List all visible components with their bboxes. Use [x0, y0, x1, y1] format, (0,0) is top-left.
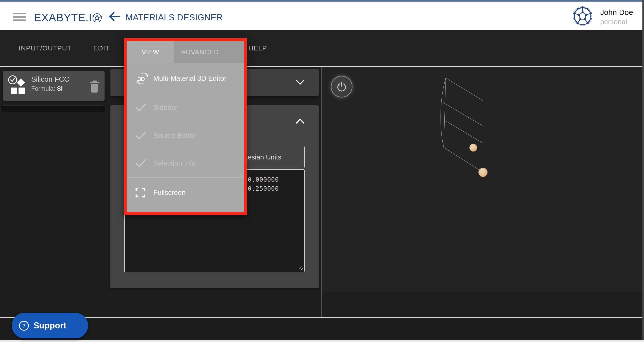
menu-item-label: Selection Info [153, 159, 196, 167]
tab-view[interactable]: VIEW [127, 41, 174, 63]
viewer-panel [322, 67, 644, 317]
menu-item-fullscreen[interactable]: Fullscreen [127, 183, 244, 203]
user-account-type: personal [600, 18, 627, 26]
view-menu-tabs: VIEW ADVANCED [127, 41, 244, 63]
svg-text:?: ? [22, 322, 26, 329]
crystal-wireframe-viewport[interactable] [322, 67, 525, 203]
source-line: 0.250000 [248, 185, 279, 192]
window-scrollbar[interactable] [642, 0, 644, 340]
textarea-resize-handle[interactable] [298, 266, 303, 271]
menu-input-output[interactable]: INPUT/OUTPUT [19, 30, 72, 66]
logo-text: EXABYTE.I [34, 11, 92, 24]
fullscreen-icon [136, 188, 145, 198]
page-title: MATERIALS DESIGNER [126, 3, 223, 32]
material-selected-icon[interactable] [7, 74, 27, 96]
menu-item-label: Multi-Material 3D Editor [153, 74, 226, 83]
exabyte-logo[interactable]: EXABYTE.I [34, 3, 102, 32]
hamburger-menu-icon[interactable] [13, 13, 26, 21]
power-toggle-button[interactable] [331, 76, 352, 97]
material-name: Silicon FCC [31, 75, 69, 83]
material-formula: Formula: Si [31, 85, 63, 92]
viewer-bottom-band [322, 292, 644, 317]
support-button[interactable]: ? Support [12, 313, 88, 338]
menu-edit[interactable]: EDIT [93, 30, 110, 66]
top-accent-bar [0, 0, 644, 2]
logo-molecule-icon [92, 13, 102, 23]
menu-item-label: Source Editor [153, 132, 196, 140]
back-arrow-icon[interactable] [108, 11, 120, 22]
material-list-item[interactable]: Silicon FCC Formula: Si [3, 71, 104, 101]
user-avatar[interactable] [573, 6, 592, 26]
window-bottom-edge [0, 340, 644, 342]
menu-item-label: Fullscreen [153, 189, 186, 197]
units-toggle-label: tesian Units [246, 146, 281, 168]
view-menu-dropdown: 3D Multi-Material 3D Editor Sidebar [127, 63, 244, 212]
menu-divider [127, 177, 244, 178]
delete-material-icon[interactable] [88, 79, 102, 93]
atom-sphere [470, 144, 477, 151]
check-icon [136, 158, 146, 168]
check-icon [136, 103, 146, 112]
chevron-down-icon[interactable] [296, 80, 304, 85]
materials-sidebar: Silicon FCC Formula: Si [0, 67, 108, 317]
app-header: EXABYTE.I [0, 2, 644, 30]
check-icon [136, 131, 146, 140]
menu-item-label: Sidebar [153, 104, 178, 112]
power-icon [337, 81, 346, 92]
footer-bar [0, 318, 644, 342]
menu-item-source-editor[interactable]: Source Editor [127, 125, 244, 146]
source-line: 0.000000 [248, 176, 279, 183]
help-question-icon: ? [18, 320, 29, 331]
sidebar-horizontal-scrollbar[interactable] [0, 105, 106, 112]
support-button-label: Support [34, 321, 66, 330]
3d-rotate-icon: 3D [136, 71, 150, 86]
user-name: John Doe [600, 8, 633, 17]
designer-menubar: INPUT/OUTPUT EDIT HELP [0, 30, 644, 67]
tab-advanced[interactable]: ADVANCED [174, 41, 226, 63]
view-menu-highlight-box: VIEW ADVANCED 3D Multi-Material 3D Edito… [124, 38, 247, 215]
materials-designer-app: EXABYTE.I [0, 0, 644, 342]
menu-item-multi-material-3d-editor[interactable]: 3D Multi-Material 3D Editor [127, 68, 244, 89]
menu-item-sidebar[interactable]: Sidebar [127, 97, 244, 118]
atom-sphere [478, 168, 488, 177]
chevron-up-icon[interactable] [296, 118, 304, 124]
menu-help[interactable]: HELP [248, 30, 267, 66]
svg-text:3D: 3D [138, 76, 145, 82]
menu-item-selection-info[interactable]: Selection Info [127, 153, 244, 174]
